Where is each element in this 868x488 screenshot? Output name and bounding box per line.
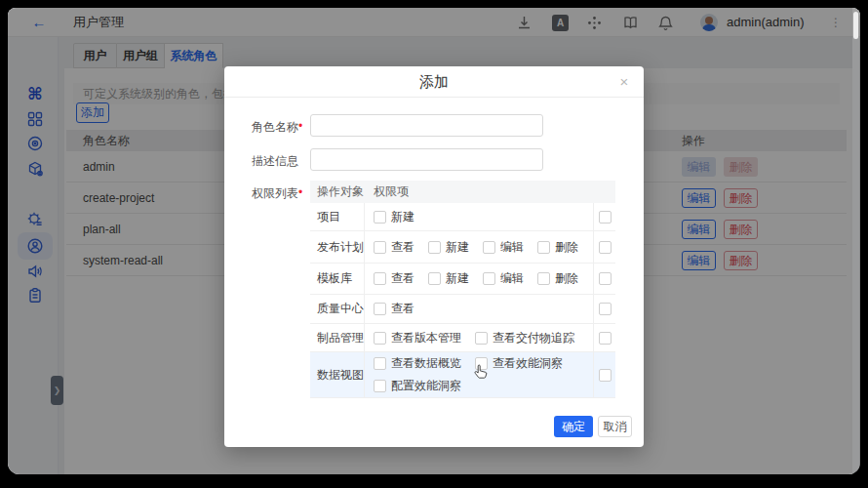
modal-title: 添加 xyxy=(224,66,644,98)
permission-checkbox-item[interactable]: 新建 xyxy=(428,239,469,256)
row-select-checkbox[interactable] xyxy=(599,241,612,254)
object-name: 模板库 xyxy=(310,264,365,294)
permission-checkbox-item[interactable]: 查看 xyxy=(374,239,414,256)
permission-checkbox-item[interactable]: 查看版本管理 xyxy=(374,330,461,346)
checkbox[interactable] xyxy=(483,272,495,285)
permission-checkbox-item[interactable]: 编辑 xyxy=(483,239,524,256)
permission-checkbox-item[interactable]: 删除 xyxy=(537,270,578,287)
object-name: 数据视图 xyxy=(310,352,365,397)
permission-checkbox-item[interactable]: 查看交付物追踪 xyxy=(475,330,574,346)
role-name-label: 角色名称 xyxy=(252,119,298,136)
checkbox[interactable] xyxy=(428,241,441,254)
confirm-button[interactable]: 确定 xyxy=(554,416,593,437)
row-select-checkbox[interactable] xyxy=(599,369,612,382)
scrollbar-thumb[interactable] xyxy=(853,12,858,39)
row-select-checkbox[interactable] xyxy=(599,272,612,285)
object-name: 项目 xyxy=(310,203,365,230)
cancel-button[interactable]: 取消 xyxy=(598,416,632,437)
permission-header: 权限项 xyxy=(365,181,593,203)
vertical-scrollbar[interactable] xyxy=(852,8,859,474)
permission-list-label: 权限列表 xyxy=(252,185,298,202)
checkbox[interactable] xyxy=(374,380,386,392)
permission-checkbox-item[interactable]: 新建 xyxy=(428,270,469,287)
object-name: 质量中心 xyxy=(310,295,365,323)
row-select-checkbox[interactable] xyxy=(599,211,612,224)
checkbox[interactable] xyxy=(374,272,386,285)
permission-row-project: 项目 新建 xyxy=(310,203,615,231)
add-role-modal: 添加 × 角色名称 • 描述信息 权限列表 • 操作对象 权限项 项目 新建 xyxy=(224,66,644,447)
permission-row-artifact-management: 制品管理 查看版本管理 查看交付物追踪 xyxy=(310,324,615,352)
close-icon[interactable]: × xyxy=(614,66,634,98)
object-header: 操作对象 xyxy=(310,181,365,203)
permission-checkbox-item[interactable]: 查看数据概览 xyxy=(374,355,461,372)
row-select-checkbox[interactable] xyxy=(599,303,612,315)
checkbox[interactable] xyxy=(374,303,386,315)
permission-checkbox-item[interactable]: 配置效能洞察 xyxy=(374,378,461,394)
role-name-input[interactable] xyxy=(310,114,543,137)
description-label: 描述信息 xyxy=(252,153,298,170)
checkbox[interactable] xyxy=(537,272,550,285)
row-select-checkbox[interactable] xyxy=(599,332,612,345)
description-input[interactable] xyxy=(310,148,543,171)
permission-row-template-library: 模板库 查看 新建 编辑 删除 xyxy=(310,264,615,295)
checkbox[interactable] xyxy=(475,332,488,345)
permission-row-release-plan: 发布计划 查看 新建 编辑 删除 xyxy=(310,231,615,264)
checkbox[interactable] xyxy=(483,241,495,254)
permission-table-header: 操作对象 权限项 xyxy=(310,181,615,203)
checkbox[interactable] xyxy=(374,241,386,254)
required-marker: • xyxy=(298,119,302,133)
permission-checkbox-item[interactable]: 新建 xyxy=(374,209,414,225)
object-name: 发布计划 xyxy=(310,231,365,263)
permission-row-quality-center: 质量中心 查看 xyxy=(310,295,615,324)
permission-checkbox-item[interactable]: 删除 xyxy=(537,239,578,256)
object-name: 制品管理 xyxy=(310,324,365,351)
required-marker: • xyxy=(298,185,302,199)
checkbox[interactable] xyxy=(374,332,386,345)
permission-checkbox-item[interactable]: 查看 xyxy=(374,270,414,287)
permission-checkbox-item[interactable]: 查看 xyxy=(374,301,414,317)
checkbox[interactable] xyxy=(537,241,550,254)
permission-table: 操作对象 权限项 项目 新建 发布计划 查看 新建 编辑 删除 xyxy=(310,181,615,398)
checkbox[interactable] xyxy=(374,357,386,370)
checkbox[interactable] xyxy=(428,272,441,285)
app-window: ← 用户管理 A admin(admin) ⋮ ⌘ xyxy=(8,8,860,474)
checkbox[interactable] xyxy=(374,211,386,224)
permission-checkbox-item[interactable]: 编辑 xyxy=(483,270,524,287)
permission-row-data-view: 数据视图 查看数据概览 查看效能洞察 配置效能洞察 xyxy=(310,352,615,398)
mouse-cursor-hand xyxy=(474,364,489,381)
modal-header: 添加 × xyxy=(224,66,644,98)
